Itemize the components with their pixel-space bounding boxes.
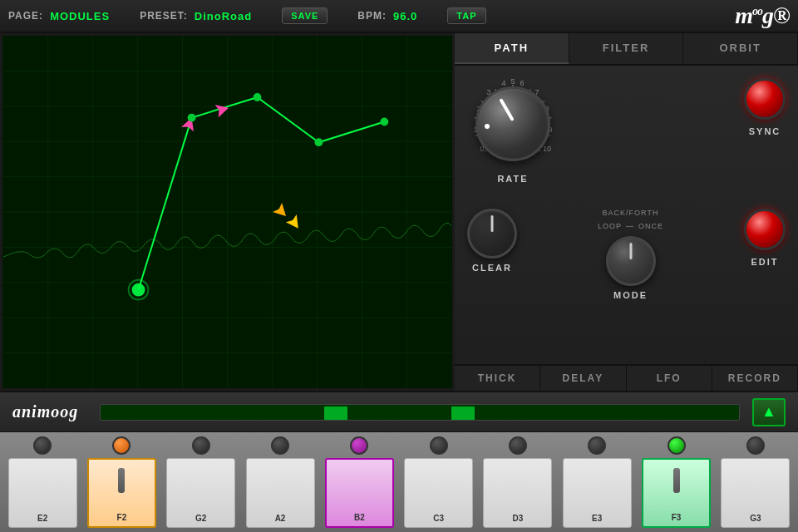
key-body-c3[interactable]: C3 (404, 458, 473, 528)
top-bar: PAGE: MODULES PRESET: DinoRoad SAVE BPM:… (0, 0, 798, 33)
mode-knob-container: BACK/FORTH LOOP — ONCE MODE (598, 209, 663, 300)
keyboard: E2F2G2A2B2C3D3E3F3G3 (0, 432, 798, 532)
back-forth-label: BACK/FORTH (603, 209, 659, 217)
key-knob-b2[interactable] (350, 436, 368, 455)
up-arrow-button[interactable]: ▲ (752, 398, 786, 426)
moog-logo: moog® (735, 2, 790, 29)
key-knob-g2[interactable] (192, 436, 210, 455)
tab-bar: PATH FILTER ORBIT (455, 33, 798, 66)
key-label-e3: E3 (592, 514, 602, 523)
mode-label: MODE (613, 290, 648, 300)
animoog-title: animoog (12, 402, 87, 421)
key-body-e3[interactable]: E3 (563, 458, 632, 528)
key-body-f3[interactable]: F3 (642, 458, 711, 528)
key-body-a2[interactable]: A2 (246, 458, 315, 528)
edit-button[interactable] (744, 209, 786, 250)
key-group-g2: G2 (163, 436, 239, 528)
key-knob-a2[interactable] (271, 436, 289, 455)
svg-marker-25 (286, 214, 303, 232)
svg-line-21 (318, 122, 384, 143)
key-group-d3: D3 (480, 436, 556, 528)
bottom-controls-row: CLEAR BACK/FORTH LOOP — ONCE MODE (467, 209, 786, 300)
key-body-e2[interactable]: E2 (8, 458, 77, 528)
key-label-g2: G2 (195, 514, 206, 523)
key-group-a2: A2 (242, 436, 318, 528)
svg-text:10: 10 (543, 145, 551, 153)
key-group-b2: B2 (321, 436, 397, 528)
key-knob-e2[interactable] (33, 436, 52, 455)
preset-value: DinoRoad (195, 10, 252, 22)
rate-knob-container: 1 2 3 4 5 6 7 8 9 10 0 (467, 78, 559, 184)
tab-lfo[interactable]: LFO (627, 366, 712, 391)
key-body-d3[interactable]: D3 (483, 458, 552, 528)
svg-marker-24 (273, 203, 291, 221)
key-label-c3: C3 (433, 514, 444, 523)
key-group-c3: C3 (400, 436, 476, 528)
edit-label: EDIT (751, 257, 778, 267)
key-group-g3: G3 (717, 436, 794, 528)
progress-marker-1[interactable] (324, 406, 347, 420)
animoog-bar: animoog ▲ (0, 391, 798, 432)
clear-label: CLEAR (472, 263, 512, 273)
sync-button[interactable] (744, 78, 786, 120)
key-knob-f2[interactable] (112, 436, 131, 455)
key-group-f3: F3 (638, 436, 714, 528)
progress-marker-2[interactable] (451, 406, 475, 420)
key-label-a2: A2 (275, 514, 286, 523)
tab-orbit[interactable]: ORBIT (683, 33, 798, 64)
key-label-g3: G3 (750, 514, 761, 523)
key-label-b2: B2 (354, 513, 365, 522)
key-group-e3: E3 (559, 436, 635, 528)
key-body-g2[interactable]: G2 (166, 458, 235, 528)
controls-area: 1 2 3 4 5 6 7 8 9 10 0 (455, 66, 798, 364)
tab-path[interactable]: PATH (455, 33, 569, 64)
oscilloscope[interactable] (0, 33, 455, 391)
page-value: MODULES (50, 10, 110, 22)
key-slider-f3[interactable] (673, 468, 680, 493)
key-group-e2: E2 (4, 436, 81, 528)
page-label: PAGE: (8, 10, 43, 22)
main-area: PATH FILTER ORBIT (0, 33, 798, 391)
bpm-label: BPM: (357, 10, 387, 22)
tap-button[interactable]: TAP (447, 7, 485, 24)
rate-label: RATE (497, 174, 528, 184)
svg-point-30 (380, 118, 388, 126)
save-button[interactable]: SAVE (282, 7, 328, 24)
preset-label: PRESET: (140, 10, 188, 22)
key-body-f2[interactable]: F2 (87, 458, 156, 528)
key-knob-c3[interactable] (430, 436, 448, 455)
key-body-b2[interactable]: B2 (325, 458, 394, 528)
svg-point-28 (254, 93, 262, 101)
mode-knob[interactable] (606, 236, 656, 286)
key-label-f3: F3 (672, 513, 682, 522)
tab-filter[interactable]: FILTER (569, 33, 684, 64)
top-controls-row: 1 2 3 4 5 6 7 8 9 10 0 (467, 78, 786, 184)
svg-text:6: 6 (520, 79, 524, 87)
edit-container: EDIT (744, 209, 786, 267)
key-knob-f3[interactable] (667, 436, 686, 455)
key-body-g3[interactable]: G3 (721, 458, 790, 528)
once-label: ONCE (638, 222, 663, 230)
key-knob-d3[interactable] (509, 436, 527, 455)
tab-record[interactable]: RECORD (712, 366, 798, 391)
svg-text:4: 4 (501, 79, 505, 87)
key-label-d3: D3 (513, 514, 524, 523)
svg-point-29 (315, 138, 323, 146)
clear-knob-container: CLEAR (467, 209, 517, 273)
svg-text:5: 5 (510, 78, 515, 86)
key-knob-g3[interactable] (746, 436, 765, 455)
key-slider-f2[interactable] (118, 468, 125, 493)
loop-label: LOOP (598, 222, 622, 230)
key-label-e2: E2 (37, 514, 47, 523)
svg-point-26 (132, 283, 145, 297)
key-knob-e3[interactable] (588, 436, 606, 455)
scope-display (2, 36, 452, 388)
key-label-f2: F2 (117, 513, 127, 522)
tab-thick[interactable]: THICK (455, 366, 540, 391)
sync-label: SYNC (749, 126, 781, 136)
clear-knob[interactable] (467, 209, 517, 259)
rate-knob[interactable] (475, 86, 550, 161)
progress-bar[interactable] (100, 404, 740, 421)
tab-delay[interactable]: DELAY (540, 366, 626, 391)
right-panel: PATH FILTER ORBIT (455, 33, 798, 391)
